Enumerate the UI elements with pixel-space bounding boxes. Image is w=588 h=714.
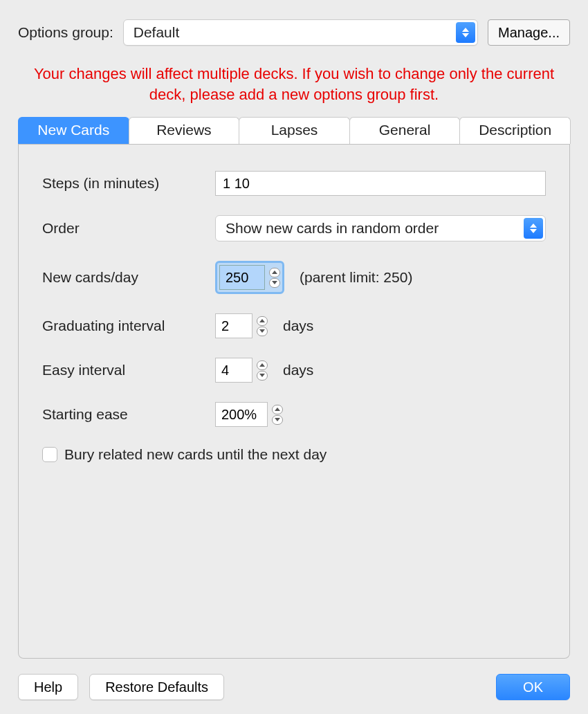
tab-new-cards[interactable]: New Cards — [18, 117, 129, 144]
focus-ring — [215, 261, 284, 294]
updown-arrows-icon — [456, 22, 475, 43]
new-cards-day-label: New cards/day — [42, 269, 215, 286]
stepper-arrows-icon[interactable] — [272, 404, 283, 425]
new-cards-day-input[interactable] — [219, 265, 265, 290]
days-suffix: days — [283, 318, 313, 334]
bury-label: Bury related new cards until the next da… — [64, 446, 327, 463]
options-group-select[interactable]: Default — [123, 19, 478, 46]
parent-limit-text: (parent limit: 250) — [300, 269, 412, 286]
ok-button[interactable]: OK — [496, 674, 570, 700]
easy-interval-input[interactable] — [215, 358, 252, 383]
warning-text: Your changes will affect multiple decks.… — [18, 58, 570, 117]
order-select[interactable]: Show new cards in random order — [215, 215, 546, 241]
easy-interval-label: Easy interval — [42, 362, 215, 378]
stepper-arrows-icon[interactable] — [269, 267, 280, 288]
days-suffix: days — [283, 362, 313, 378]
tab-lapses[interactable]: Lapses — [239, 117, 350, 144]
help-button[interactable]: Help — [18, 674, 78, 700]
graduating-interval-input[interactable] — [215, 313, 252, 338]
updown-arrows-icon — [524, 218, 543, 239]
order-value: Show new cards in random order — [226, 220, 439, 237]
manage-button[interactable]: Manage... — [488, 19, 570, 46]
graduating-interval-label: Graduating interval — [42, 318, 215, 334]
steps-label: Steps (in minutes) — [42, 175, 215, 192]
bury-checkbox[interactable] — [42, 447, 57, 462]
steps-input[interactable] — [215, 171, 546, 196]
options-group-label: Options group: — [18, 24, 113, 41]
restore-defaults-button[interactable]: Restore Defaults — [89, 674, 224, 700]
tab-bar: New Cards Reviews Lapses General Descrip… — [18, 117, 570, 145]
starting-ease-input[interactable] — [215, 402, 268, 427]
stepper-arrows-icon[interactable] — [257, 315, 268, 336]
tab-description[interactable]: Description — [459, 117, 571, 144]
order-label: Order — [42, 220, 215, 237]
starting-ease-label: Starting ease — [42, 406, 215, 423]
options-group-value: Default — [134, 24, 180, 41]
tab-reviews[interactable]: Reviews — [129, 117, 240, 144]
new-cards-panel: Steps (in minutes) Order Show new cards … — [18, 145, 570, 659]
stepper-arrows-icon[interactable] — [257, 360, 268, 381]
tab-general[interactable]: General — [349, 117, 461, 144]
